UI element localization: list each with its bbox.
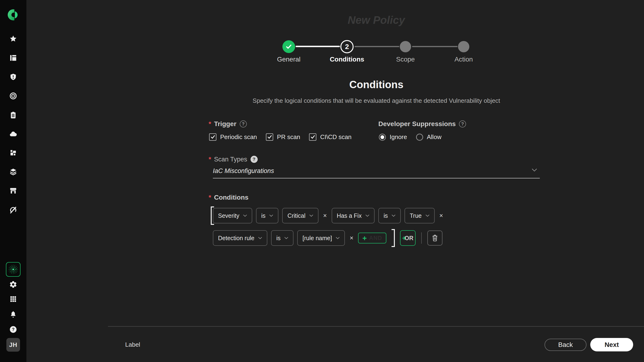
value-dropdown[interactable]: [rule name] — [297, 230, 345, 246]
chevron-down-icon — [336, 237, 340, 239]
dev-suppressions-help-icon[interactable]: ? — [459, 120, 466, 128]
required-asterisk: * — [208, 194, 211, 201]
chevron-down-icon — [284, 237, 288, 239]
sidebar: ? JH — [0, 0, 26, 362]
radio-ignore[interactable]: Ignore — [379, 134, 407, 141]
wizard-title-watermark: New Policy — [213, 14, 540, 26]
scan-types-select[interactable]: IaC Misconfigurations — [213, 167, 540, 175]
condition-row-1: Severity is Critical × Has a Fix is Tru — [213, 208, 444, 224]
group-bracket-close — [392, 229, 395, 247]
step-general[interactable]: General — [263, 40, 315, 63]
chevron-down-icon — [243, 214, 247, 217]
dev-suppressions-options: Ignore Allow — [379, 134, 466, 141]
storefront-icon[interactable] — [9, 187, 17, 195]
blocks-icon[interactable] — [9, 149, 17, 157]
radio-allow[interactable]: Allow — [416, 134, 442, 141]
ai-discovery-icon — [6, 262, 20, 277]
remove-condition-button[interactable]: × — [349, 234, 354, 242]
operator-dropdown[interactable]: is — [271, 230, 294, 246]
chevron-down-icon — [392, 214, 396, 217]
clipboard-icon[interactable] — [9, 111, 17, 119]
plus-icon: + — [362, 234, 367, 242]
checkbox-checked-icon — [309, 134, 316, 141]
scan-types-help-icon[interactable]: ? — [250, 156, 258, 163]
checkbox-checked-icon — [266, 134, 273, 141]
step-completed-circle — [282, 40, 295, 53]
dashboard-icon[interactable] — [9, 54, 17, 62]
help-icon[interactable]: ? — [9, 326, 17, 334]
chevron-down-icon — [258, 237, 262, 239]
dev-suppressions-label-row: Developer Suppressions ? — [378, 120, 466, 128]
page-subtitle: Specify the logical conditions that will… — [213, 97, 540, 104]
step-upcoming-circle — [400, 41, 411, 52]
notifications-bell-icon[interactable] — [10, 310, 17, 318]
gear-icon[interactable] — [9, 280, 17, 288]
value-dropdown[interactable]: True — [404, 208, 434, 224]
checkbox-periodic-scan[interactable]: Periodic scan — [209, 134, 257, 141]
vertical-divider — [421, 232, 422, 244]
field-dropdown[interactable]: Severity — [213, 208, 252, 224]
value-dropdown[interactable]: Critical — [282, 208, 318, 224]
step-upcoming-circle — [458, 41, 469, 52]
radio-selected-icon — [379, 134, 386, 141]
required-asterisk: * — [208, 120, 211, 128]
checkmark-icon — [286, 44, 292, 49]
ai-discovery-active-item[interactable] — [6, 262, 20, 277]
dev-suppressions-label: Developer Suppressions — [378, 120, 456, 128]
step-label: Conditions — [330, 56, 364, 63]
back-button[interactable]: Back — [544, 339, 586, 351]
developer-suppressions-section: Developer Suppressions ? Ignore Allow — [378, 120, 466, 141]
condition-row-2: Detection rule is [rule name] × + AND + … — [213, 229, 444, 247]
step-active-circle: 2 — [340, 40, 354, 53]
footer-label: Label — [125, 341, 140, 348]
remove-condition-button[interactable]: × — [438, 212, 444, 220]
scan-types-label: Scan Types — [214, 156, 247, 163]
trigger-help-icon[interactable]: ? — [240, 120, 247, 128]
checkbox-cicd-scan[interactable]: CI\CD scan — [309, 134, 352, 141]
chevron-down-icon — [269, 214, 273, 217]
step-action[interactable]: Action — [438, 40, 490, 63]
chevron-down-icon — [365, 214, 370, 217]
chevron-down-icon — [426, 214, 430, 217]
chevron-down-icon — [309, 214, 313, 217]
add-or-group-button[interactable]: + OR — [400, 230, 416, 246]
page-title: Conditions — [213, 79, 540, 90]
trash-icon — [432, 234, 438, 242]
scan-types-value: IaC Misconfigurations — [213, 167, 274, 174]
cloud-icon[interactable] — [9, 130, 18, 138]
shield-alert-icon[interactable] — [9, 73, 17, 81]
target-icon[interactable] — [9, 92, 17, 100]
field-dropdown[interactable]: Has a Fix — [332, 208, 375, 224]
avatar[interactable]: JH — [6, 338, 20, 352]
trigger-options: Periodic scan PR scan CI\CD scan — [209, 134, 352, 141]
main-content: New Policy General 2 Conditions — [26, 0, 644, 362]
scan-types-underline — [213, 178, 540, 178]
remove-condition-button[interactable]: × — [322, 212, 328, 220]
next-button[interactable]: Next — [590, 338, 633, 352]
checkbox-pr-scan[interactable]: PR scan — [266, 134, 300, 141]
add-and-condition-button[interactable]: + AND — [358, 232, 386, 244]
trigger-label-row: * Trigger ? — [208, 120, 352, 128]
scan-types-section: * Scan Types ? IaC Misconfigurations — [208, 156, 540, 178]
gauge-icon[interactable] — [9, 206, 18, 214]
conditions-label-row: * Conditions — [208, 194, 444, 201]
required-asterisk: * — [208, 156, 211, 163]
footer-divider — [108, 326, 644, 327]
operator-dropdown[interactable]: is — [378, 208, 401, 224]
orca-logo[interactable] — [6, 8, 20, 22]
star-icon[interactable] — [9, 35, 17, 43]
group-bracket-open — [211, 206, 214, 225]
trigger-label: Trigger — [214, 120, 236, 128]
wizard-stepper: General 2 Conditions Scope Action — [213, 40, 540, 66]
step-label: Action — [454, 56, 473, 63]
operator-dropdown[interactable]: is — [256, 208, 278, 224]
checkbox-checked-icon — [209, 134, 216, 141]
layers-icon[interactable] — [9, 168, 18, 176]
chevron-down-icon — [532, 168, 537, 172]
field-dropdown[interactable]: Detection rule — [213, 230, 267, 246]
apps-grid-icon[interactable] — [10, 295, 17, 303]
step-label: Scope — [396, 56, 415, 63]
step-scope[interactable]: Scope — [380, 40, 432, 63]
delete-group-button[interactable] — [427, 230, 442, 246]
step-conditions[interactable]: 2 Conditions — [321, 40, 373, 63]
